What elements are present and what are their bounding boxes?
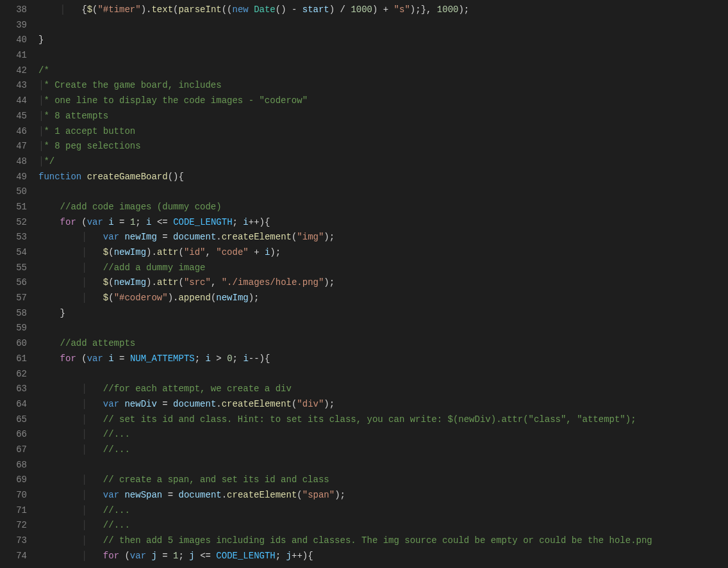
token-cm: //add a dummy image: [103, 263, 206, 273]
code-line[interactable]: │ $("#coderow").append(newImg);: [38, 291, 728, 306]
token-op: ) /: [329, 4, 351, 15]
code-line[interactable]: function createGameBoard(){: [38, 170, 728, 185]
code-line[interactable]: [38, 18, 728, 33]
code-line[interactable]: for (var i = 1; i <= CODE_LENGTH; i++){: [38, 215, 728, 231]
line-number: 46: [0, 124, 38, 140]
token-fn: $: [103, 293, 108, 303]
code-line[interactable]: │ // create a span, and set its id and c…: [38, 473, 728, 488]
code-line[interactable]: [38, 321, 728, 336]
token-str: "./images/hole.png": [222, 277, 324, 288]
code-line[interactable]: │* one line to display the code images -…: [38, 93, 728, 109]
code-line[interactable]: │ var newImg = document.createElement("i…: [38, 230, 728, 245]
code-line[interactable]: │*/: [38, 154, 728, 170]
token-op: (: [178, 277, 183, 288]
code-line[interactable]: //add code images (dummy code): [38, 200, 728, 215]
token-const: NUM_ATTEMPTS: [130, 353, 195, 364]
token-cm: //...: [103, 444, 130, 455]
token-guide: │: [81, 232, 103, 242]
token-op: }: [38, 35, 44, 45]
code-line[interactable]: [38, 48, 728, 63]
token-guide: │: [81, 520, 103, 530]
code-line[interactable]: │* Create the game board, includes: [38, 78, 728, 93]
token-guide: │: [60, 4, 82, 15]
token-guide: │: [81, 263, 103, 273]
code-line[interactable]: │ $(newImg).attr("id", "code" + i);: [38, 245, 728, 261]
code-editor[interactable]: 3839404142434445464748495051525354555657…: [0, 0, 728, 568]
code-line[interactable]: [38, 458, 728, 473]
code-line[interactable]: [38, 367, 728, 382]
token-op: (: [76, 217, 87, 227]
code-line[interactable]: │ $(newImg).attr("src", "./images/hole.p…: [38, 275, 728, 291]
token-var: newSpan: [124, 490, 162, 500]
line-number: 67: [0, 442, 38, 458]
token-op: (: [108, 277, 113, 288]
token-const: CODE_LENGTH: [216, 551, 275, 561]
code-line[interactable]: │ //...: [38, 518, 728, 533]
token-op: ;: [135, 217, 146, 227]
code-line[interactable]: }: [38, 33, 728, 48]
code-line[interactable]: │ //...: [38, 427, 728, 442]
code-content[interactable]: │ {$("#timer").text(parseInt((new Date()…: [38, 0, 728, 568]
code-line[interactable]: │ //...: [38, 442, 728, 458]
token-var: j: [189, 551, 194, 561]
token-cm: * 1 accept button: [44, 126, 135, 136]
token-op: --){: [249, 353, 270, 364]
code-line[interactable]: │ var newDiv = document.createElement("d…: [38, 397, 728, 412]
token-var: i: [108, 353, 113, 364]
token-op: <=: [195, 551, 217, 561]
code-line[interactable]: │ //add a dummy image: [38, 261, 728, 276]
code-line[interactable]: [38, 184, 728, 200]
token-guide: │: [81, 399, 103, 409]
code-line[interactable]: │ //for each attempt, we create a div: [38, 382, 728, 397]
token-str: "s": [394, 4, 410, 15]
line-number: 65: [0, 412, 38, 428]
code-line[interactable]: }: [38, 306, 728, 321]
token-str: "div": [297, 399, 324, 409]
token-var: document: [173, 399, 216, 409]
code-line[interactable]: //add attempts: [38, 336, 728, 352]
line-number: 57: [0, 291, 38, 306]
code-line[interactable]: │* 1 accept button: [38, 124, 728, 140]
token-var: newDiv: [124, 399, 156, 409]
token-kw: var: [87, 217, 103, 227]
token-num: 0: [227, 353, 232, 364]
code-line[interactable]: │ //...: [38, 503, 728, 519]
code-line[interactable]: │ // set its id and class. Hint: to set …: [38, 412, 728, 428]
code-line[interactable]: │* 8 peg selections: [38, 139, 728, 154]
token-guide: │: [81, 429, 103, 439]
code-line[interactable]: │ {$("#timer").text(parseInt((new Date()…: [38, 3, 728, 18]
line-number: 44: [0, 93, 38, 109]
line-number: 71: [0, 503, 38, 519]
line-number: 64: [0, 397, 38, 412]
code-line[interactable]: │ for (var j = 1; j <= CODE_LENGTH; j++)…: [38, 549, 728, 564]
line-number: 38: [0, 3, 38, 18]
token-kw: var: [103, 232, 119, 242]
line-number: 52: [0, 215, 38, 231]
token-fn: $: [103, 277, 108, 288]
line-number: 69: [0, 473, 38, 488]
token-op: ).: [146, 247, 157, 257]
code-line[interactable]: │ var newSpan = document.createElement("…: [38, 488, 728, 503]
token-op: ).: [141, 4, 152, 15]
token-var: document: [178, 490, 221, 500]
token-kw2: for: [60, 217, 76, 227]
line-number: 74: [0, 549, 38, 564]
line-number: 61: [0, 352, 38, 367]
token-op: [249, 4, 254, 15]
token-cm: * 8 peg selections: [44, 141, 140, 151]
token-guide: │: [81, 535, 103, 546]
code-line[interactable]: │* 8 attempts: [38, 109, 728, 124]
line-number: 40: [0, 33, 38, 48]
code-line[interactable]: /*: [38, 63, 728, 79]
token-op: [103, 217, 108, 227]
code-line[interactable]: for (var i = NUM_ATTEMPTS; i > 0; i--){: [38, 352, 728, 367]
line-number: 73: [0, 533, 38, 549]
token-op: (: [108, 247, 113, 257]
token-op: ++){: [292, 551, 313, 561]
token-op: }: [60, 308, 65, 318]
line-number: 45: [0, 109, 38, 124]
code-line[interactable]: │ // then add 5 images including ids and…: [38, 533, 728, 549]
token-var: i: [146, 217, 151, 227]
token-cls: Date: [254, 4, 276, 15]
token-cm: * 8 attempts: [44, 111, 108, 121]
